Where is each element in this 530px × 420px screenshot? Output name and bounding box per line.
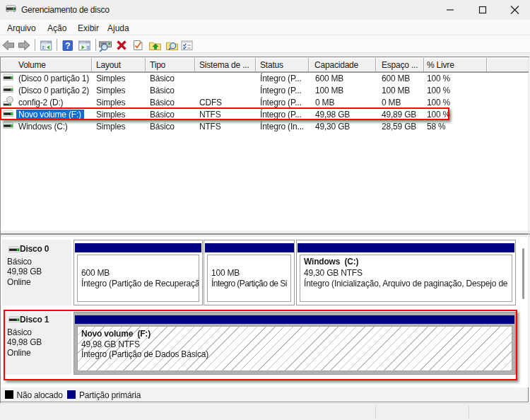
svg-text:?: ? <box>65 41 71 51</box>
